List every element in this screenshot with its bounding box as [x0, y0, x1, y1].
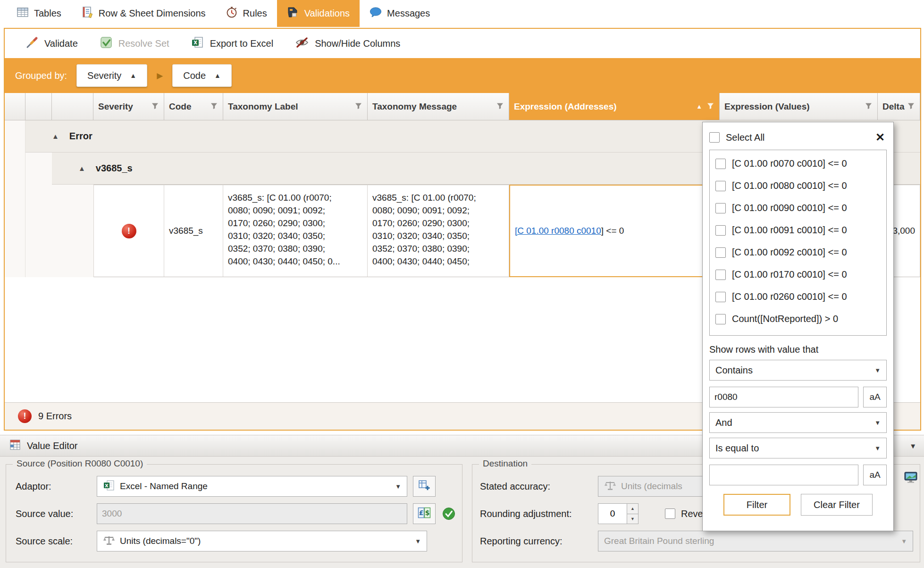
checkbox[interactable] — [715, 225, 726, 236]
adaptor-settings-button[interactable] — [413, 476, 436, 497]
filter-value-option[interactable]: [C 01.00 r0092 c0010] <= 0 — [710, 241, 886, 263]
filter-icon[interactable] — [865, 102, 873, 112]
column-header-taxonomy-label[interactable]: Taxonomy Label — [223, 93, 368, 120]
filter-icon[interactable] — [151, 102, 159, 112]
column-header-code[interactable]: Code — [164, 93, 223, 120]
export-to-excel-button[interactable]: X Export to Excel — [191, 36, 274, 51]
filter-operator1-dropdown[interactable]: Contains ▼ — [709, 360, 887, 381]
column-header-severity[interactable]: Severity — [93, 93, 164, 120]
source-scale-value: Units (decimals="0") — [120, 536, 201, 546]
destination-settings-button[interactable] — [904, 471, 918, 486]
rounding-adjustment-stepper[interactable]: ▲ ▼ — [598, 503, 638, 524]
row-indent — [25, 153, 52, 185]
cell-taxonomy-message[interactable]: v3685_s: [C 01.00 (r0070; 0080; 0090; 00… — [368, 185, 509, 277]
filter-value-label: [C 01.00 r0090 c0010] <= 0 — [732, 203, 847, 213]
cell-code[interactable]: v3685_s — [164, 185, 223, 277]
cell-expression-addresses-selected[interactable]: [C 01.00 r0080 c0010] <= 0 — [509, 185, 720, 277]
svg-text:£: £ — [419, 509, 424, 517]
valid-check-icon — [442, 507, 455, 520]
filter-value-option[interactable]: [C 01.00 r0080 c0010] <= 0 — [710, 175, 886, 197]
reporting-currency-dropdown[interactable]: Great Britain Pound sterling ▼ — [598, 531, 913, 551]
select-all-checkbox[interactable] — [709, 132, 720, 143]
tab-messages[interactable]: Messages — [360, 0, 440, 27]
checkbox[interactable] — [715, 203, 726, 213]
eye-slash-icon — [295, 36, 309, 51]
currency-icon: £$ — [418, 507, 431, 521]
reverse-checkbox[interactable] — [665, 509, 675, 519]
source-value-input[interactable] — [97, 503, 407, 524]
group-chip-severity[interactable]: Severity ▲ — [76, 64, 147, 87]
column-header-delta[interactable]: Delta — [878, 93, 920, 120]
validate-button[interactable]: Validate — [25, 36, 78, 51]
tab-row-sheet-dimensions[interactable]: Row & Sheet Dimensions — [71, 0, 216, 27]
case-sensitive-button[interactable]: aA — [863, 387, 887, 407]
filter-conjunction-dropdown[interactable]: And ▼ — [709, 412, 887, 433]
checkbox[interactable] — [715, 181, 726, 191]
cell-address-link[interactable]: [C 01.00 r0080 c0010 — [515, 226, 601, 236]
collapse-panel-icon[interactable]: ▼ — [909, 442, 916, 450]
filter-icon[interactable] — [354, 102, 362, 112]
filter-icon[interactable] — [210, 102, 218, 112]
validations-toolbar: Validate Resolve Set X Export to Excel S… — [5, 29, 920, 58]
source-scale-dropdown[interactable]: Units (decimals="0") ▼ — [97, 531, 427, 551]
rounding-adjustment-input[interactable] — [598, 504, 627, 524]
reporting-currency-value: Great Britain Pound sterling — [604, 536, 714, 546]
filter-value-option[interactable]: [C 01.00 r0091 c0010] <= 0 — [710, 219, 886, 241]
group-row-label: v3685_s — [96, 163, 133, 174]
svg-text:X: X — [193, 40, 197, 45]
checkbox[interactable] — [715, 292, 726, 302]
tab-label: Row & Sheet Dimensions — [99, 8, 206, 19]
column-header-taxonomy-message[interactable]: Taxonomy Message — [368, 93, 509, 120]
cell-severity[interactable]: ! — [93, 185, 164, 277]
filter-value-option[interactable]: Count([NotReported]) > 0 — [710, 308, 886, 330]
checkbox[interactable] — [715, 159, 726, 169]
checkbox[interactable] — [715, 247, 726, 258]
filter-conjunction-value: And — [715, 417, 732, 428]
show-hide-columns-button[interactable]: Show/Hide Columns — [295, 36, 400, 51]
column-header-expression-values[interactable]: Expression (Values) — [720, 93, 878, 120]
checkbox[interactable] — [715, 270, 726, 280]
group-chip-code[interactable]: Code ▲ — [172, 64, 232, 87]
filter-icon[interactable] — [706, 102, 714, 112]
case-sensitive-button[interactable]: aA — [863, 465, 887, 485]
filter-value-option[interactable]: [C 01.00 r0070 c0010] <= 0 — [710, 153, 886, 175]
spinner-down-icon[interactable]: ▼ — [627, 514, 638, 524]
filter-operator2-dropdown[interactable]: Is equal to ▼ — [709, 438, 887, 458]
collapse-expander-icon[interactable]: ▲ — [52, 132, 59, 140]
close-icon[interactable]: ✕ — [874, 131, 887, 144]
filter-icon[interactable] — [907, 102, 915, 112]
filter-value-label: Count([NotReported]) > 0 — [732, 314, 838, 324]
resolve-set-icon — [100, 36, 113, 51]
filter-icon[interactable] — [496, 102, 504, 112]
filter-value-option[interactable]: [C 01.00 r0090 c0010] <= 0 — [710, 197, 886, 219]
tab-validations[interactable]: Validations — [277, 0, 360, 27]
error-count-label: 9 Errors — [38, 411, 72, 422]
collapse-expander-icon[interactable]: ▲ — [78, 164, 85, 172]
filter-value-option[interactable]: [C 01.00 r0260 c0010] <= 0 — [710, 286, 886, 308]
checkbox[interactable] — [715, 314, 726, 324]
grouped-by-label: Grouped by: — [15, 70, 67, 81]
tab-rules[interactable]: Rules — [216, 0, 277, 27]
filter-value-list: [C 01.00 r0070 c0010] <= 0 [C 01.00 r008… — [709, 150, 887, 336]
currency-convert-button[interactable]: £$ — [413, 503, 436, 524]
filter-caption: Show rows with value that — [709, 344, 887, 355]
svg-text:X: X — [105, 483, 109, 488]
filter-button[interactable]: Filter — [723, 494, 790, 516]
spinner-up-icon[interactable]: ▲ — [627, 504, 638, 514]
resolve-set-button[interactable]: Resolve Set — [100, 36, 169, 51]
column-header-expression-addresses[interactable]: Expression (Addresses) ▲ — [509, 93, 720, 120]
filter-value-option[interactable]: [C 01.00 r0170 c0010] <= 0 — [710, 263, 886, 286]
cell-taxonomy-label[interactable]: v3685_s: [C 01.00 (r0070; 0080; 0090; 00… — [223, 185, 368, 277]
destination-legend: Destination — [479, 458, 531, 469]
chevron-down-icon: ▼ — [874, 367, 881, 374]
tab-tables[interactable]: Tables — [7, 0, 71, 27]
filter-value2-input[interactable] — [709, 465, 858, 485]
filter-operator2-value: Is equal to — [715, 443, 759, 454]
filter-value1-input[interactable] — [709, 387, 858, 407]
clear-filter-button[interactable]: Clear Filter — [801, 494, 873, 516]
chevron-down-icon: ▼ — [874, 445, 881, 452]
adaptor-dropdown[interactable]: X Excel - Named Range ▼ — [97, 476, 407, 497]
speech-bubble-icon — [370, 7, 382, 20]
row-gutter — [5, 185, 25, 277]
filter-value-label: [C 01.00 r0080 c0010] <= 0 — [732, 180, 847, 191]
